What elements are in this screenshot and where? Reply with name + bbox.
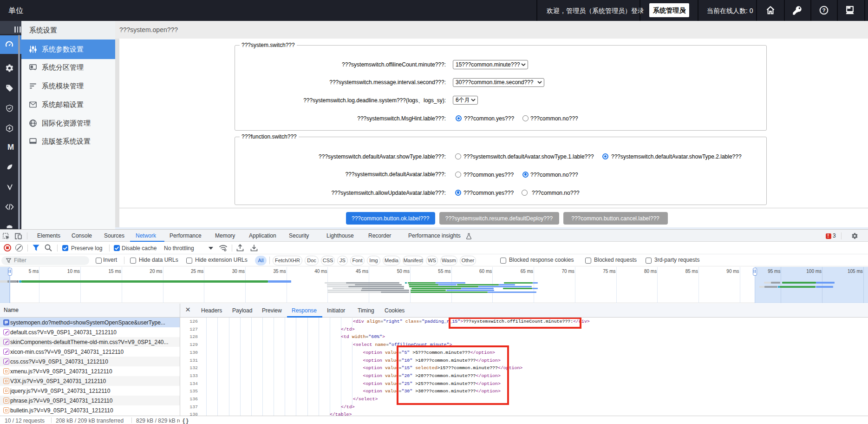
svg-text:?: ?	[822, 7, 825, 13]
